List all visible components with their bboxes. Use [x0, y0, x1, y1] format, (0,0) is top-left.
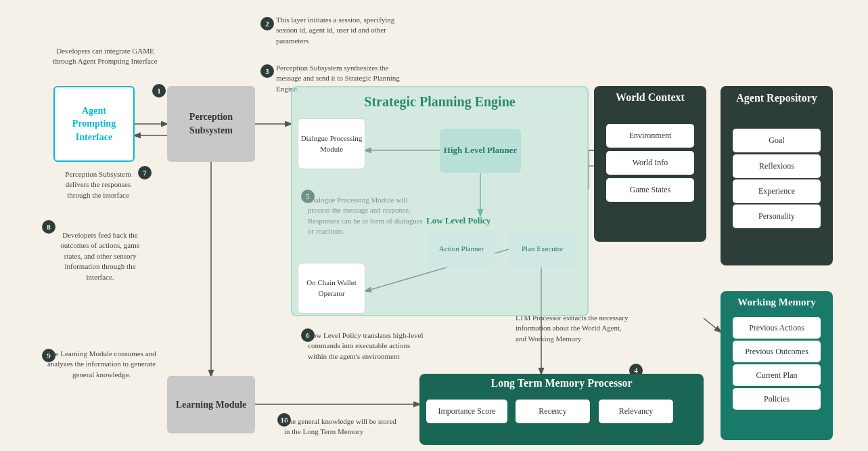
ar-personality: Personality	[733, 205, 821, 228]
plan-executor-box: Plan Executor	[509, 230, 576, 267]
world-context-environment: Environment	[606, 124, 694, 148]
annotation-7: Perception Subsystem delivers the respon…	[54, 169, 142, 200]
on-chain-wallet-box: On Chain Wallet Operator	[298, 263, 365, 314]
annotation-6: Low Level Policy translates high-level c…	[308, 330, 430, 362]
ar-experience: Experience	[733, 179, 821, 203]
perception-subsystem-box: Perception Subsystem	[167, 86, 255, 162]
ltm-relevancy: Relevancy	[599, 400, 673, 423]
world-context-gamestates: Game States	[606, 178, 694, 202]
learning-module-box: Learning Module	[167, 376, 255, 433]
ltm-recency: Recency	[516, 400, 590, 423]
annotation-4: LTM Processor extracts the necessary inf…	[516, 313, 634, 344]
on-chain-wallet-label: On Chain Wallet Operator	[298, 278, 365, 299]
world-context-worldinfo: World Info	[606, 151, 694, 175]
dialogue-processing-box: Dialogue Processing Module	[298, 119, 365, 169]
high-level-planner-label: High Level Planner	[444, 144, 517, 156]
agent-prompting-label: Agent Prompting Interface	[60, 104, 128, 144]
world-context-title: World Context	[594, 91, 706, 104]
action-planner-box: Action Planner	[428, 230, 495, 267]
annotation-1: Developers can integrate GAME through Ag…	[53, 46, 158, 67]
perception-subsystem-label: Perception Subsystem	[173, 110, 250, 137]
strategic-planning-title: Strategic Planning Engine	[292, 94, 587, 110]
wm-prev-outcomes: Previous Outcomes	[733, 341, 821, 362]
wm-policies: Policies	[733, 388, 821, 410]
low-level-policy-label: Low Level Policy	[426, 215, 490, 226]
wm-current-plan: Current Plan	[733, 364, 821, 386]
ltm-title: Long Term Memory Processor	[419, 377, 704, 389]
step-1-circle: 1	[152, 84, 166, 98]
step-3-circle: 3	[260, 64, 274, 78]
annotation-2: This layer initiates a session, specifyi…	[276, 15, 405, 46]
step-2-circle: 2	[260, 17, 274, 30]
ltm-importance: Importance Score	[426, 400, 507, 423]
ar-reflexions: Reflexions	[733, 154, 821, 178]
annotation-8: Developers feed back the outcomes of act…	[53, 230, 147, 282]
wm-prev-actions: Previous Actions	[733, 317, 821, 339]
diagram-container: 1 2 3 4 5 6 7 8 9 10 Developers can inte…	[0, 0, 868, 451]
annotation-10: The general knowledge will be stored in …	[284, 416, 403, 437]
learning-module-label: Learning Module	[176, 398, 247, 412]
ar-goal: Goal	[733, 129, 821, 152]
agent-prompting-interface-box: Agent Prompting Interface	[53, 86, 135, 162]
working-memory-title: Working Memory	[721, 297, 833, 308]
svg-line-8	[704, 318, 721, 332]
agent-repository-title: Agent Repository	[721, 91, 833, 106]
action-planner-label: Action Planner	[439, 244, 484, 254]
high-level-planner-box: High Level Planner	[440, 129, 521, 173]
plan-executor-label: Plan Executor	[522, 244, 564, 254]
annotation-9: The Learning Module consumes and analyze…	[41, 349, 162, 380]
dialogue-processing-label: Dialogue Processing Module	[298, 133, 365, 154]
